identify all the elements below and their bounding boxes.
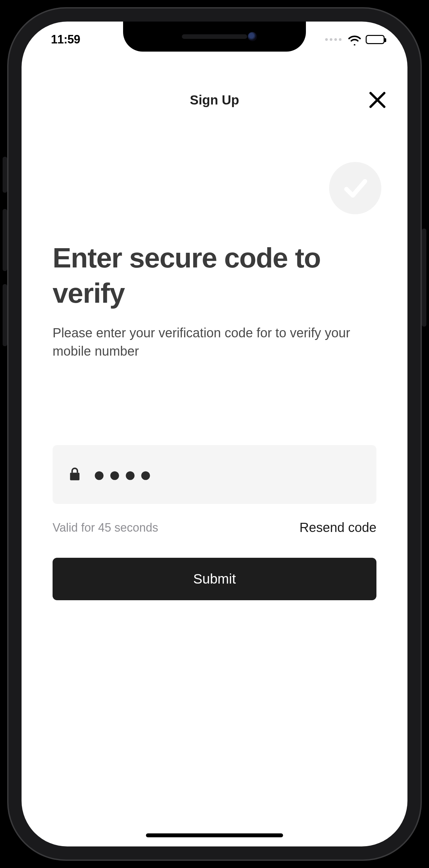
device-screen: 11:59 Sign Up xyxy=(22,22,407,846)
success-badge xyxy=(329,162,381,214)
submit-button[interactable]: Submit xyxy=(53,558,376,600)
submit-button-label: Submit xyxy=(193,571,236,587)
code-meta-row: Valid for 45 seconds Resend code xyxy=(53,520,376,535)
main-content: Enter secure code to verify Please enter… xyxy=(53,240,376,600)
lock-icon xyxy=(69,467,81,482)
status-time: 11:59 xyxy=(51,33,80,46)
close-icon xyxy=(368,91,387,109)
device-frame: 11:59 Sign Up xyxy=(7,7,422,861)
status-right xyxy=(325,35,385,44)
device-power-button xyxy=(422,228,426,327)
battery-icon xyxy=(366,35,385,44)
code-input-value: ●●●● xyxy=(93,464,155,485)
device-volume-up xyxy=(3,209,7,271)
nav-header: Sign Up xyxy=(22,84,407,116)
page-title: Enter secure code to verify xyxy=(53,240,376,311)
cellular-dots-icon xyxy=(325,38,341,41)
close-button[interactable] xyxy=(367,90,388,111)
code-input[interactable]: ●●●● xyxy=(53,445,376,504)
device-volume-down xyxy=(3,284,7,346)
wifi-icon xyxy=(348,35,361,44)
device-silence-switch xyxy=(3,157,7,193)
validity-text: Valid for 45 seconds xyxy=(53,521,158,534)
resend-code-link[interactable]: Resend code xyxy=(299,520,376,535)
svg-rect-2 xyxy=(70,472,80,480)
nav-title: Sign Up xyxy=(190,93,239,107)
page-subtitle: Please enter your verification code for … xyxy=(53,323,376,360)
status-bar: 11:59 xyxy=(22,22,407,58)
checkmark-icon xyxy=(340,174,370,203)
home-indicator[interactable] xyxy=(146,833,283,837)
